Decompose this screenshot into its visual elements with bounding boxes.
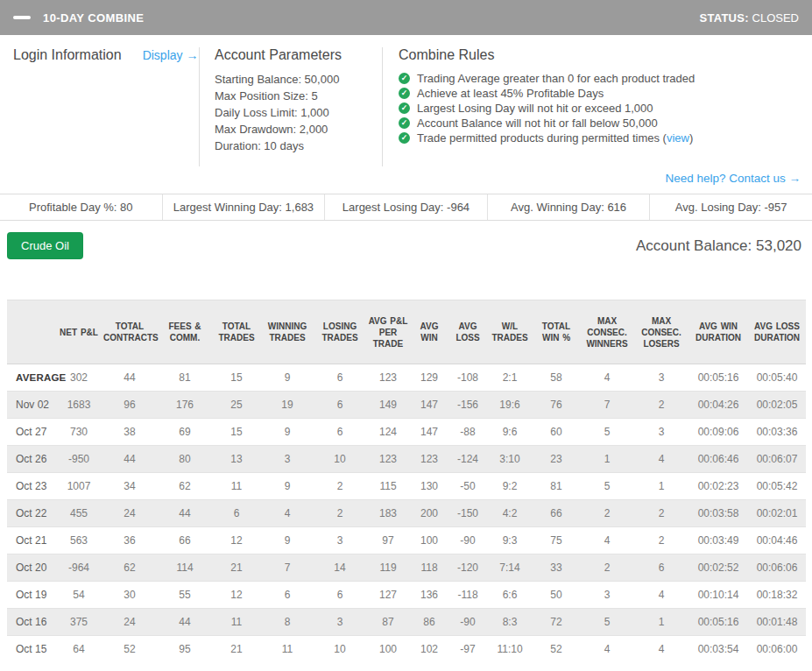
table-row: Oct 23100734621192115130-509:2815100:02:… [7, 473, 806, 500]
column-header: LOSING TRADES [314, 300, 366, 364]
check-icon: ✓ [399, 117, 410, 129]
table-cell: 44 [102, 364, 158, 392]
table-cell: 00:05:16 [688, 364, 748, 392]
row-label: AVERAGE [7, 364, 56, 392]
table-cell: 24 [102, 609, 158, 636]
table-cell: -950 [56, 446, 102, 473]
table-cell: 102 [410, 636, 448, 663]
contact-us-link[interactable]: Need help? Contact us → [665, 172, 801, 185]
table-body: AVERAGE30244811596123129-1082:1584300:05… [7, 364, 806, 663]
table-cell: 9:3 [487, 527, 533, 554]
table-cell: 7:14 [487, 554, 533, 582]
table-cell: 100 [366, 636, 410, 663]
table-cell: -964 [56, 554, 102, 582]
view-link[interactable]: view [667, 131, 689, 145]
table-cell: 2 [314, 500, 366, 527]
column-header: AVG WIN DURATION [688, 300, 748, 364]
row-label: Oct 21 [7, 527, 56, 554]
table-cell: 3 [580, 582, 634, 609]
table-cell: 5 [580, 609, 634, 636]
table-cell: 129 [410, 364, 448, 392]
minimize-icon[interactable] [13, 16, 31, 19]
display-link[interactable]: Display → [143, 48, 199, 62]
table-cell: 76 [533, 392, 580, 419]
table-cell: 19:6 [487, 392, 533, 419]
table-cell: 00:02:05 [748, 392, 806, 419]
product-tab-crude-oil[interactable]: Crude Oil [7, 232, 83, 259]
table-cell: -97 [448, 636, 487, 663]
table-cell: 00:01:48 [748, 609, 806, 636]
row-label: Oct 27 [7, 419, 56, 446]
table-cell: 6 [314, 582, 366, 609]
account-parameter: Daily Loss Limit: 1,000 [215, 104, 382, 121]
table-row: Oct 215633666129397100-909:3754200:03:49… [7, 527, 806, 554]
table-cell: 00:06:00 [748, 636, 806, 663]
table-cell: -124 [448, 446, 487, 473]
table-cell: 72 [533, 609, 580, 636]
table-head: NET P&LTOTAL CONTRACTSFEES & COMM.TOTAL … [7, 300, 806, 364]
account-parameters-list: Starting Balance: 50,000Max Position Siz… [215, 71, 382, 154]
table-cell: 4:2 [487, 500, 533, 527]
stats-bar: Profitable Day %: 80Largest Winning Day:… [0, 194, 812, 221]
daily-results-table-wrap: NET P&LTOTAL CONTRACTSFEES & COMM.TOTAL … [7, 300, 805, 663]
table-row: Oct 224552444642183200-1504:2662200:03:5… [7, 500, 806, 527]
table-row: Oct 2773038691596124147-889:6605300:09:0… [7, 419, 806, 446]
table-cell: 730 [56, 419, 102, 446]
table-cell: 118 [410, 554, 448, 582]
row-label: Oct 26 [7, 446, 56, 473]
account-parameter: Max Position Size: 5 [215, 88, 382, 104]
table-cell: 123 [366, 364, 410, 392]
table-cell: 147 [410, 392, 448, 419]
table-cell: -108 [448, 364, 487, 392]
rule-text: Account Balance will not hit or fall bel… [417, 116, 658, 131]
table-cell: 5 [580, 419, 634, 446]
table-cell: 21 [212, 636, 261, 663]
table-cell: 00:03:36 [748, 419, 806, 446]
column-header: TOTAL TRADES [212, 300, 261, 364]
table-row: Oct 16375244411838786-908:3725100:05:160… [7, 609, 806, 636]
table-cell: 563 [56, 527, 102, 554]
table-cell: 7 [580, 392, 634, 419]
stat-item: Avg. Losing Day: -957 [649, 194, 812, 220]
table-cell: 147 [410, 419, 448, 446]
table-cell: 6 [314, 392, 366, 419]
table-cell: 6 [261, 582, 314, 609]
table-cell: 1 [634, 473, 688, 500]
table-cell: 00:02:01 [748, 500, 806, 527]
table-cell: 95 [158, 636, 212, 663]
table-cell: 2 [634, 527, 688, 554]
table-cell: 6 [212, 500, 261, 527]
column-header: WINNING TRADES [261, 300, 314, 364]
row-label: Oct 19 [7, 582, 56, 609]
row-label: Oct 20 [7, 554, 56, 582]
table-cell: 6 [634, 554, 688, 582]
table-cell: 52 [533, 636, 580, 663]
table-cell: 114 [158, 554, 212, 582]
table-cell: 44 [102, 446, 158, 473]
table-cell: 44 [158, 500, 212, 527]
rule-text-suffix: ) [689, 131, 693, 145]
table-cell: 75 [533, 527, 580, 554]
table-cell: 54 [56, 582, 102, 609]
table-cell: 62 [158, 473, 212, 500]
stat-item: Avg. Winning Day: 616 [487, 194, 650, 220]
table-cell: 2 [314, 473, 366, 500]
table-cell: 15 [212, 364, 261, 392]
column-header: AVG LOSS DURATION [748, 300, 806, 364]
table-cell: 4 [261, 500, 314, 527]
row-label: Oct 16 [7, 609, 56, 636]
table-cell: 3 [634, 364, 688, 392]
table-cell: 00:05:42 [748, 473, 806, 500]
table-cell: 2 [634, 500, 688, 527]
table-cell: 1683 [56, 392, 102, 419]
table-cell: 1 [580, 446, 634, 473]
check-icon: ✓ [399, 132, 410, 144]
table-cell: -90 [448, 609, 487, 636]
rule-text: Trade permitted products during permitte… [417, 131, 667, 145]
combine-rule: ✓Account Balance will not hit or fall be… [399, 116, 805, 131]
check-icon: ✓ [399, 102, 410, 114]
table-cell: 55 [158, 582, 212, 609]
table-cell: 2 [634, 392, 688, 419]
table-cell: -150 [448, 500, 487, 527]
table-cell: 00:10:14 [688, 582, 748, 609]
